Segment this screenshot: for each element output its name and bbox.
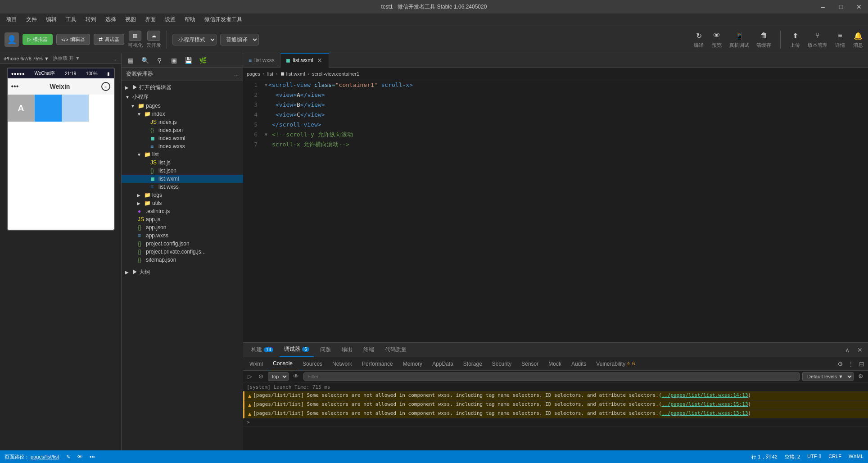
console-levels-select[interactable]: Default levels ▼ [802,372,854,381]
index-json-item[interactable]: {} index.json [122,126,243,134]
layout-icon[interactable]: ▣ [168,55,179,66]
breadcrumb-list[interactable]: list [267,71,273,77]
filetree-more[interactable]: ... [234,71,239,77]
pages-folder[interactable]: ▼ 📁 pages [122,102,243,110]
devtab-mock[interactable]: Mock [544,357,566,371]
app-json-item[interactable]: {} app.json [122,223,243,232]
visual-button[interactable]: ▦ [129,31,141,41]
tab-debugger[interactable]: 调试器 6 [280,343,314,357]
menu-help[interactable]: 帮助 [180,14,200,25]
preview-icon[interactable]: 👁 [711,30,722,41]
list-wxml-item[interactable]: ◼ list.wxml [122,175,243,183]
hot-reload-toggle[interactable]: 热重载 开 ▼ [53,55,80,62]
statusbar-view-icon[interactable]: 👁 [77,454,82,459]
breadcrumb-element[interactable]: scroll-view.container1 [312,71,359,77]
phone-debug-icon[interactable]: 📱 [734,30,745,41]
tab-list-wxss[interactable]: ≡ list.wxss [243,53,280,68]
breadcrumb-pages[interactable]: pages [247,71,260,77]
menu-edit[interactable]: 编辑 [41,14,61,25]
devtab-performance[interactable]: Performance [357,357,398,371]
devtab-vulnerability[interactable]: Vulnerability ⚠ 6 [592,357,639,371]
logs-folder[interactable]: ▶ 📁 logs [122,191,243,199]
sitemap-item[interactable]: {} sitemap.json [122,256,243,264]
version-icon[interactable]: ⑂ [812,30,823,41]
code-content[interactable]: ▼ <scroll-view class="container1" scroll… [261,80,868,342]
refresh-icon[interactable]: ↻ [693,30,704,41]
menu-goto[interactable]: 转到 [81,14,101,25]
devtab-appdata[interactable]: AppData [428,357,458,371]
code-editor[interactable]: 1 2 3 4 5 6 7 ▼ <scroll-view class="cont… [243,80,868,342]
nav-record[interactable]: ● [101,82,110,91]
console-filter-input[interactable] [303,372,800,381]
simulator-button[interactable]: ▷ 模拟器 [23,34,53,45]
debugger-button[interactable]: ⇄ 调试器 [94,34,124,45]
outline-item[interactable]: ▶ ▶ 大纲 [122,268,243,277]
devtab-console[interactable]: Console [268,357,297,371]
warn-2-link[interactable]: ../pages/list/list.wxss:15:13 [662,401,748,407]
tab-close-button[interactable]: ✕ [316,57,323,64]
editor-button[interactable]: </> 编辑器 [56,34,90,45]
console-eye-icon[interactable]: 👁 [291,372,301,381]
menu-project[interactable]: 项目 [2,14,22,25]
index-wxss-item[interactable]: ≡ index.wxss [122,142,243,150]
warn-3-link[interactable]: ../pages/list/list.wxss:13:13 [662,410,748,416]
tab-build[interactable]: 构建 14 [247,343,278,357]
devtools-layout-icon[interactable]: ⊟ [857,359,866,368]
search-icon[interactable]: 🔍 [140,55,150,66]
devtab-storage[interactable]: Storage [459,357,487,371]
console-execute-icon[interactable]: ▷ [246,372,254,381]
index-js-item[interactable]: JS index.js [122,118,243,126]
mode-select[interactable]: 小程序模式 [172,34,217,45]
tab-output[interactable]: 输出 [337,343,357,357]
menu-file[interactable]: 文件 [22,14,41,25]
branch-icon[interactable]: ⚲ [154,55,165,66]
fold-1[interactable]: ▼ [265,80,267,90]
breadcrumb-filename[interactable]: list.wxml [286,71,305,77]
statusbar-more-icon[interactable]: ••• [90,454,95,459]
leaf-icon[interactable]: 🌿 [197,55,208,66]
expand-up-icon[interactable]: ∧ [843,345,852,354]
close-panel-icon[interactable]: ✕ [855,345,864,354]
mini-program-item[interactable]: ▼ 小程序 [122,92,243,102]
list-folder[interactable]: ▼ 📁 list [122,150,243,159]
devtab-memory[interactable]: Memory [398,357,427,371]
devtab-sources[interactable]: Sources [298,357,327,371]
sim-more-icon[interactable]: ... [113,56,118,61]
menu-tools[interactable]: 工具 [61,14,81,25]
devtab-security[interactable]: Security [488,357,516,371]
cloud-button[interactable]: ☁ [147,31,160,41]
console-prompt-line[interactable]: > [243,418,868,427]
menu-interface[interactable]: 界面 [140,14,160,25]
console-output[interactable]: [system] Launch Time: 715 ms ▲ [pages/li… [243,382,868,450]
bell-icon[interactable]: 🔔 [853,30,863,41]
devtools-more-icon[interactable]: ⋮ [846,359,855,368]
app-wxss-item[interactable]: ≡ app.wxss [122,232,243,240]
devtools-settings-icon[interactable]: ⚙ [836,359,845,368]
app-js-item[interactable]: JS app.js [122,215,243,223]
eslintrc-item[interactable]: ● .eslintrc.js [122,207,243,215]
upload-icon[interactable]: ⬆ [790,30,800,41]
utils-folder[interactable]: ▶ 📁 utils [122,199,243,207]
open-editors-item[interactable]: ▶ ▶ 打开的编辑器 [122,83,243,92]
menu-settings[interactable]: 设置 [160,14,180,25]
console-context-select[interactable]: top [268,372,289,381]
clear-icon[interactable]: 🗑 [759,30,769,41]
warn-1-link[interactable]: ../pages/list/list.wxss:14:13 [662,392,748,398]
console-clear-icon[interactable]: ⊘ [257,372,265,381]
maximize-button[interactable]: □ [832,0,850,14]
project-config-item[interactable]: {} project.config.json [122,240,243,248]
devtab-wxml[interactable]: Wxml [245,357,267,371]
console-settings-icon[interactable]: ⚙ [856,372,865,381]
compile-select[interactable]: 普通编译 [220,34,259,45]
menu-select[interactable]: 选择 [101,14,121,25]
device-selector[interactable]: iPhone 6/7/8 75% ▼ [4,56,49,61]
index-folder[interactable]: ▼ 📁 index [122,110,243,118]
fold-6[interactable]: ▼ [265,130,267,140]
index-wxml-item[interactable]: ◼ index.wxml [122,134,243,142]
tab-terminal[interactable]: 终端 [359,343,379,357]
menu-weixin-devtools[interactable]: 微信开发者工具 [200,14,247,25]
tab-code-quality[interactable]: 代码质量 [380,343,411,357]
menu-view[interactable]: 视图 [121,14,140,25]
tab-list-wxml[interactable]: ◼ list.wxml ✕ [280,53,329,68]
list-wxss-item[interactable]: ≡ list.wxss [122,183,243,191]
